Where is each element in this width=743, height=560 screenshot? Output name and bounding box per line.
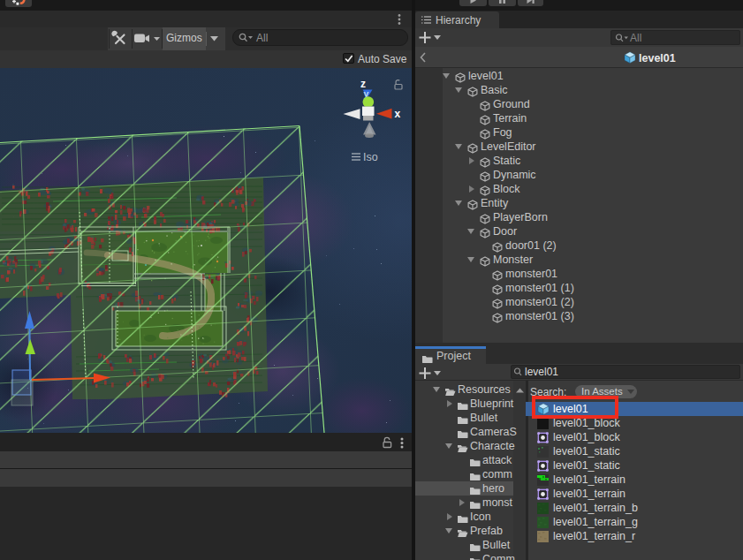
- svg-text:x: x: [395, 108, 401, 120]
- svg-text:Iso: Iso: [363, 151, 378, 163]
